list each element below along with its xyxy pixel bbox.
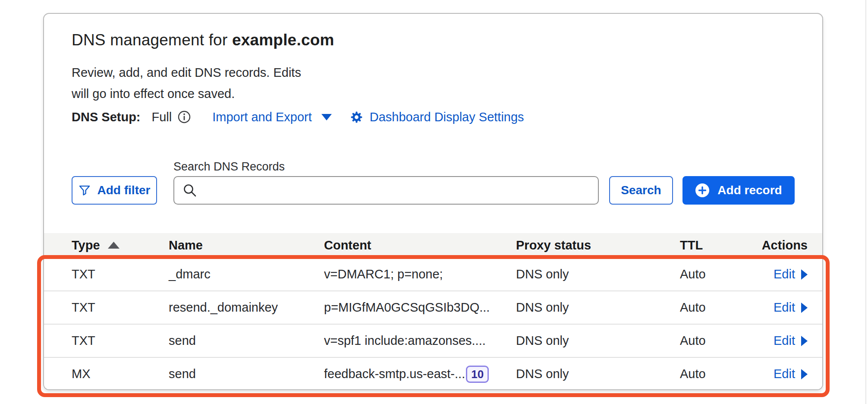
search-button-label: Search (621, 183, 661, 197)
priority-badge: 10 (466, 366, 489, 383)
dns-records-table: Type Name Content Proxy status TTL Actio… (44, 233, 822, 390)
edit-arrow-icon (801, 269, 808, 280)
edit-arrow-icon (801, 336, 808, 346)
info-icon[interactable] (178, 110, 191, 123)
edit-record-button[interactable]: Edit (774, 367, 808, 381)
gear-icon (350, 110, 363, 124)
column-header-proxy-status[interactable]: Proxy status (516, 238, 680, 252)
table-row: TXT send v=spf1 include:amazonses.... DN… (44, 324, 822, 357)
dashboard-display-settings-link[interactable]: Dashboard Display Settings (350, 110, 524, 124)
column-header-type[interactable]: Type (72, 238, 169, 252)
record-content-text: feedback-smtp.us-east-... (324, 367, 465, 381)
record-content: p=MIGfMA0GCSqGSIb3DQ... (324, 300, 516, 315)
column-header-actions: Actions (760, 238, 808, 252)
column-header-proxy-status-label: Proxy status (516, 238, 591, 252)
dns-management-card: DNS management for example.com Review, a… (43, 13, 823, 390)
record-actions: Edit (760, 367, 808, 381)
record-content-text: v=spf1 include:amazonses.... (324, 334, 486, 348)
edit-arrow-icon (801, 369, 808, 379)
edit-record-label: Edit (774, 300, 795, 315)
record-type: MX (72, 367, 169, 381)
edit-record-button[interactable]: Edit (774, 334, 808, 348)
edit-record-label: Edit (774, 367, 795, 381)
filter-funnel-icon (79, 184, 91, 196)
add-record-button[interactable]: Add record (682, 176, 795, 205)
add-record-label: Add record (717, 183, 782, 197)
record-name: send (169, 334, 324, 348)
column-header-type-label: Type (72, 238, 100, 252)
search-button[interactable]: Search (609, 176, 673, 205)
record-proxy-status: DNS only (516, 367, 680, 381)
record-name: resend._domainkey (169, 300, 324, 315)
table-row: TXT resend._domainkey p=MIGfMA0GCSqGSIb3… (44, 290, 822, 324)
record-content-text: p=MIGfMA0GCSqGSIb3DQ... (324, 300, 490, 315)
edit-record-label: Edit (774, 267, 795, 281)
table-row: TXT _dmarc v=DMARC1; p=none; DNS only Au… (44, 257, 822, 290)
column-header-ttl-label: TTL (680, 238, 703, 252)
search-input[interactable] (173, 176, 599, 205)
record-content: v=spf1 include:amazonses.... (324, 334, 516, 348)
record-content: v=DMARC1; p=none; (324, 267, 516, 281)
dns-setup-value: Full (152, 110, 172, 124)
edit-arrow-icon (801, 303, 808, 313)
edit-record-label: Edit (774, 334, 795, 348)
page-title-prefix: DNS management for (72, 31, 232, 49)
search-records-label: Search DNS Records (173, 160, 795, 174)
edit-record-button[interactable]: Edit (774, 300, 808, 315)
column-header-name-label: Name (169, 238, 203, 252)
record-name: _dmarc (169, 267, 324, 281)
record-type: TXT (72, 267, 169, 281)
record-actions: Edit (760, 300, 808, 315)
page-title: DNS management for example.com (44, 30, 822, 50)
table-row: MX send feedback-smtp.us-east-... 10 DNS… (44, 357, 822, 390)
column-header-ttl[interactable]: TTL (680, 238, 760, 252)
record-proxy-status: DNS only (516, 300, 680, 315)
table-body: TXT _dmarc v=DMARC1; p=none; DNS only Au… (44, 257, 822, 390)
column-header-actions-label: Actions (762, 238, 808, 252)
viewport-right-edge (865, 0, 866, 404)
record-name: send (169, 367, 324, 381)
sort-ascending-icon (108, 242, 120, 249)
search-section: Search DNS Records Add filter Sear (44, 160, 822, 205)
record-content-text: v=DMARC1; p=none; (324, 267, 443, 281)
dns-setup-row: DNS Setup: Full Import and Export (44, 109, 822, 125)
import-export-label: Import and Export (212, 110, 312, 124)
record-type: TXT (72, 300, 169, 315)
table-header-row: Type Name Content Proxy status TTL Actio… (44, 233, 822, 257)
record-actions: Edit (760, 267, 808, 281)
record-proxy-status: DNS only (516, 334, 680, 348)
record-ttl: Auto (680, 267, 760, 281)
record-type: TXT (72, 334, 169, 348)
dashboard-display-settings-label: Dashboard Display Settings (370, 110, 524, 124)
import-export-dropdown[interactable]: Import and Export (212, 110, 332, 124)
dns-setup-label: DNS Setup: (72, 110, 141, 124)
domain-name: example.com (232, 31, 334, 49)
plus-circle-icon (695, 183, 710, 198)
record-ttl: Auto (680, 334, 760, 348)
column-header-content[interactable]: Content (324, 238, 516, 252)
chevron-down-icon (321, 114, 332, 120)
record-proxy-status: DNS only (516, 267, 680, 281)
record-ttl: Auto (680, 300, 760, 315)
edit-record-button[interactable]: Edit (774, 267, 808, 281)
add-filter-label: Add filter (97, 183, 151, 197)
column-header-content-label: Content (324, 238, 371, 252)
search-input-wrap (173, 176, 599, 205)
column-header-name[interactable]: Name (169, 238, 324, 252)
record-ttl: Auto (680, 367, 760, 381)
record-content: feedback-smtp.us-east-... 10 (324, 366, 516, 383)
record-actions: Edit (760, 334, 808, 348)
page-subtitle: Review, add, and edit DNS records. Edits… (44, 62, 329, 104)
add-filter-button[interactable]: Add filter (72, 176, 157, 205)
